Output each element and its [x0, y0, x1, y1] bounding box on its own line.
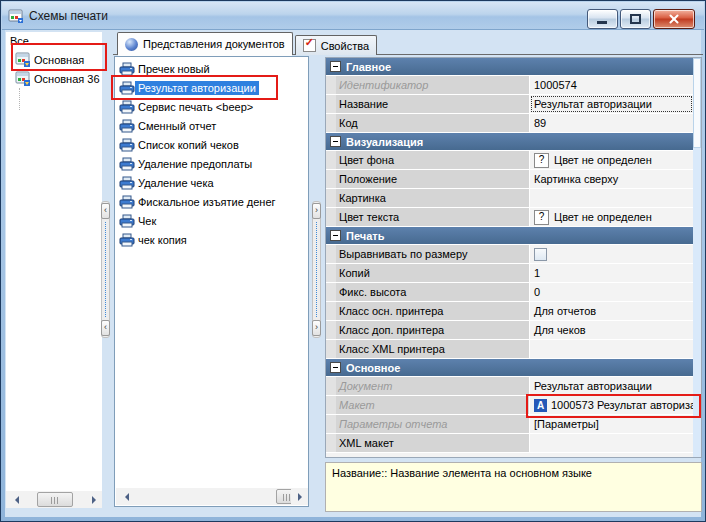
property-value[interactable]: ? Цвет не определен — [530, 151, 693, 169]
scroll-left-arrow[interactable] — [6, 491, 23, 508]
property-value[interactable]: 1000574 — [530, 76, 693, 94]
property-value[interactable]: [Параметры] — [530, 415, 693, 433]
group-title: Основное — [346, 362, 400, 374]
scroll-left-arrow[interactable] — [116, 488, 133, 505]
group-header-vizualizaciya[interactable]: Визуализация — [326, 133, 693, 151]
minimize-icon — [597, 21, 607, 24]
property-row-picture: Картинка — [326, 189, 693, 208]
property-value[interactable]: ? Цвет не определен — [530, 208, 693, 226]
property-value[interactable]: Для чеков — [530, 321, 693, 339]
property-value[interactable] — [530, 340, 693, 358]
group-title: Визуализация — [346, 136, 423, 148]
list-item[interactable]: Удаление предоплаты — [116, 154, 307, 173]
list-item[interactable]: Чек — [116, 211, 307, 230]
collapse-right-button-2[interactable]: › — [312, 320, 321, 336]
list-item[interactable]: Фискальное изъятие денег — [116, 192, 307, 211]
property-label: Выравнивать по размеру — [339, 248, 467, 260]
list-horizontal-scrollbar[interactable] — [116, 488, 308, 505]
collapse-icon[interactable] — [330, 136, 341, 147]
property-row-add-printer-class: Класс доп. принтера Для чеков — [326, 321, 693, 340]
documents-list: Пречек новый Результат авторизации Серви… — [114, 56, 309, 507]
tree-item-label: Основная 36 — [34, 73, 100, 85]
property-value[interactable]: 0 — [530, 283, 693, 301]
property-value[interactable]: Картинка сверху — [530, 170, 693, 188]
property-value[interactable]: 89 — [530, 114, 693, 132]
printer-icon — [119, 138, 135, 152]
property-label: Фикс. высота — [339, 286, 406, 298]
group-header-pechat[interactable]: Печать — [326, 227, 693, 245]
minimize-button[interactable] — [587, 9, 618, 29]
properties-check-icon: ✓ — [303, 39, 316, 52]
property-row-position: Положение Картинка сверху — [326, 170, 693, 189]
property-value[interactable]: Для отчетов — [530, 302, 693, 320]
printer-icon — [119, 214, 135, 228]
property-row-main-printer-class: Класс осн. принтера Для отчетов — [326, 302, 693, 321]
maximize-button[interactable] — [620, 9, 651, 29]
property-row-layout: Макет A 1000573 Результат авторизац — [326, 396, 693, 415]
property-value[interactable] — [530, 189, 693, 207]
scroll-thumb[interactable] — [693, 58, 701, 148]
question-color-icon[interactable]: ? — [534, 210, 549, 225]
list-item[interactable]: Удаление чека — [116, 173, 307, 192]
property-label: Название — [339, 98, 388, 110]
scheme-icon — [15, 52, 31, 67]
list-item[interactable]: Сменный отчет — [116, 116, 307, 135]
scroll-right-arrow[interactable] — [291, 488, 308, 505]
question-color-icon[interactable]: ? — [534, 153, 549, 168]
property-row-identifier: Идентификатор 1000574 — [326, 76, 693, 95]
list-item-label: чек копия — [135, 233, 190, 247]
tree-item-osnovnaya-36[interactable]: Основная 36 — [6, 69, 102, 88]
collapse-icon[interactable] — [330, 230, 341, 241]
scroll-right-arrow[interactable] — [85, 491, 102, 508]
tree-guide-line — [19, 88, 20, 110]
property-label: Макет — [339, 399, 375, 411]
property-row-copies: Копий 1 — [326, 264, 693, 283]
property-value[interactable] — [530, 434, 693, 452]
title-bar[interactable]: Схемы печати — [2, 2, 704, 30]
property-value[interactable]: 1 — [530, 264, 693, 282]
tab-document-views[interactable]: Представления документов — [117, 32, 293, 55]
property-label: Класс XML принтера — [339, 343, 445, 355]
tab-label: Свойства — [321, 40, 369, 52]
list-item-label: Чек — [135, 214, 159, 228]
tab-bar: Представления документов ✓ Свойства — [117, 33, 379, 55]
property-label: Положение — [339, 173, 397, 185]
grid-vertical-scrollbar[interactable] — [693, 58, 701, 457]
property-value[interactable]: A 1000573 Результат авторизац — [530, 396, 693, 414]
property-label: Параметры отчета — [339, 418, 447, 430]
list-item-selected[interactable]: Результат авторизации — [116, 78, 307, 97]
right-splitter[interactable]: › › — [312, 201, 321, 338]
fit-to-size-checkbox[interactable] — [534, 248, 547, 261]
list-item[interactable]: Сервис печать <beep> — [116, 97, 307, 116]
property-row-code: Код 89 — [326, 114, 693, 133]
maximize-icon — [630, 14, 641, 24]
property-value[interactable]: Результат авторизации — [530, 377, 693, 395]
tree-item-label: Основная — [34, 54, 84, 66]
list-item-label: Результат авторизации — [135, 81, 259, 95]
property-row-fixed-height: Фикс. высота 0 — [326, 283, 693, 302]
property-label: Картинка — [339, 192, 386, 204]
tree-item-osnovnaya[interactable]: Основная — [6, 50, 102, 69]
list-item-label: Сервис печать <beep> — [135, 100, 256, 114]
scheme-icon — [15, 71, 31, 86]
collapse-right-button[interactable]: › — [312, 203, 321, 219]
collapse-icon[interactable] — [330, 362, 341, 373]
collapse-icon[interactable] — [330, 61, 341, 72]
close-button[interactable] — [653, 9, 695, 29]
tree-horizontal-scrollbar[interactable] — [6, 491, 102, 508]
tab-properties[interactable]: ✓ Свойства — [295, 35, 377, 55]
list-item[interactable]: чек копия — [116, 230, 307, 249]
group-header-glavnoe[interactable]: Главное — [326, 58, 693, 76]
collapse-left-button[interactable]: ‹ — [101, 203, 110, 219]
property-description-panel: Название:: Название элемента на основном… — [325, 462, 702, 512]
group-title: Главное — [346, 61, 391, 73]
left-splitter[interactable]: ‹ ‹ — [101, 201, 110, 338]
print-schemes-window: Схемы печати Все Основная — [0, 0, 706, 522]
scroll-thumb[interactable] — [37, 492, 73, 507]
list-item[interactable]: Список копий чеков — [116, 135, 307, 154]
collapse-left-button-2[interactable]: ‹ — [101, 320, 110, 336]
group-header-osnovnoe[interactable]: Основное — [326, 359, 693, 377]
app-icon — [8, 8, 24, 24]
list-item[interactable]: Пречек новый — [116, 59, 307, 78]
property-value-focused[interactable]: Результат авторизации — [530, 95, 693, 113]
